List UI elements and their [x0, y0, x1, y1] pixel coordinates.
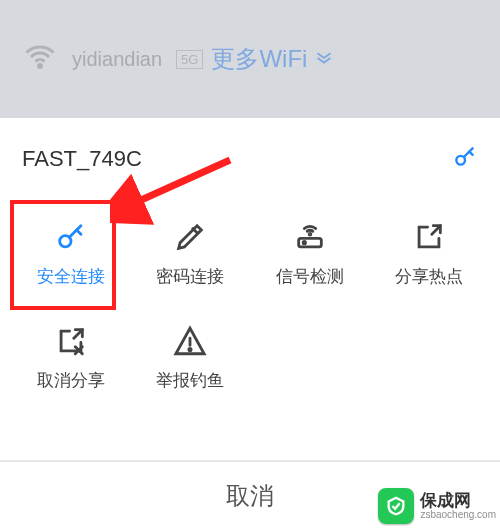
background-dim: yidiandian 5G 更多WiFi [0, 0, 500, 118]
chevron-down-icon [313, 46, 335, 72]
share-icon [412, 219, 446, 255]
key-icon[interactable] [452, 144, 478, 174]
tile-label: 举报钓鱼 [156, 369, 224, 392]
watermark-title: 保成网 [420, 492, 496, 510]
tile-cancel-share[interactable]: 取消分享 [14, 308, 128, 406]
pencil-icon [173, 219, 207, 255]
sheet-header: FAST_749C [0, 118, 500, 204]
action-sheet: FAST_749C 安全连接 密码连接 信号检测 [0, 118, 500, 530]
key-icon [54, 219, 88, 255]
tile-label: 安全连接 [37, 265, 105, 288]
watermark: 保成网 zsbaocheng.com [378, 488, 496, 524]
svg-point-5 [303, 241, 305, 243]
tile-label: 密码连接 [156, 265, 224, 288]
tile-signal-test[interactable]: 信号检测 [253, 204, 367, 302]
cancel-label: 取消 [226, 480, 274, 512]
watermark-badge-icon [378, 488, 414, 524]
warning-icon [173, 323, 207, 359]
tile-password-connect[interactable]: 密码连接 [134, 204, 248, 302]
network-title: FAST_749C [22, 146, 142, 172]
action-grid: 安全连接 密码连接 信号检测 分享热点 取消分享 [0, 204, 500, 406]
wifi-band-badge: 5G [176, 50, 203, 69]
wifi-icon [22, 39, 58, 79]
svg-point-6 [189, 348, 191, 350]
more-wifi-link[interactable]: 更多WiFi [211, 43, 307, 75]
tile-secure-connect[interactable]: 安全连接 [14, 204, 128, 302]
tile-label: 信号检测 [276, 265, 344, 288]
watermark-url: zsbaocheng.com [420, 510, 496, 521]
router-icon [293, 219, 327, 255]
tile-label: 取消分享 [37, 369, 105, 392]
svg-point-3 [309, 233, 311, 235]
wifi-row: yidiandian 5G 更多WiFi [0, 0, 500, 118]
watermark-text: 保成网 zsbaocheng.com [420, 492, 496, 520]
share-cancel-icon [54, 323, 88, 359]
tile-share-hotspot[interactable]: 分享热点 [373, 204, 487, 302]
wifi-name: yidiandian [72, 48, 162, 71]
svg-point-0 [39, 65, 42, 68]
tile-report-phishing[interactable]: 举报钓鱼 [134, 308, 248, 406]
tile-label: 分享热点 [395, 265, 463, 288]
